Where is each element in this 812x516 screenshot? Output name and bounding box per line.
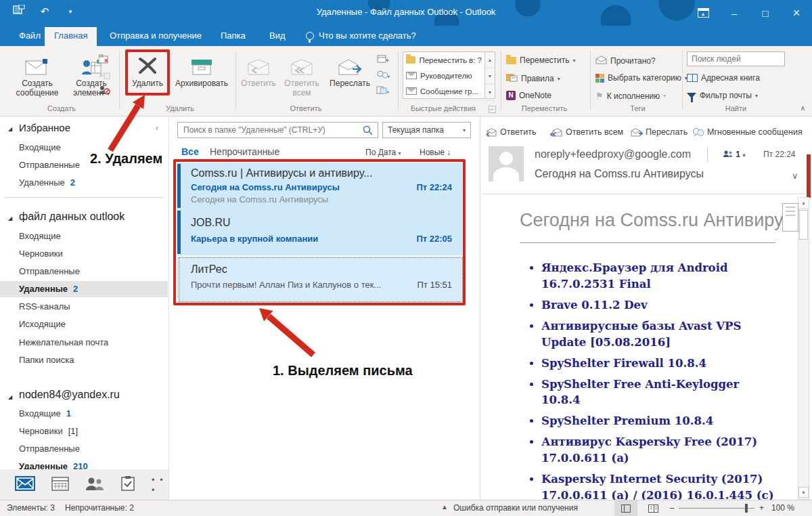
archive-button[interactable]: Архивировать (171, 50, 233, 88)
tab-file[interactable]: Файл (9, 26, 50, 46)
more-nav-icon[interactable]: • • • (152, 475, 168, 495)
new-message-button[interactable]: Создатьсообщение (8, 50, 66, 98)
follow-up-button[interactable]: ⚑ К исполнению ▾ (595, 91, 666, 101)
im-action[interactable]: Мгновенные сообщения (692, 127, 803, 137)
minimize-folder-pane-icon[interactable]: ‹ (156, 123, 158, 133)
tab-send-receive[interactable]: Отправка и получение (100, 26, 211, 46)
search-input[interactable] (177, 122, 378, 138)
reading-view-button[interactable] (614, 500, 637, 516)
sidebar-item-search-folders[interactable]: Папки поиска (19, 355, 74, 365)
meeting-icon[interactable] (376, 54, 390, 65)
tab-home[interactable]: Главная (45, 27, 97, 46)
sidebar-item-outbox[interactable]: Исходящие (19, 319, 66, 329)
scroll-up-icon[interactable]: ▲ (485, 52, 495, 68)
people-nav-icon[interactable] (85, 476, 104, 494)
expand-triangle-icon[interactable]: ◢ (8, 394, 12, 400)
zoom-slider-thumb[interactable] (745, 504, 748, 513)
body-link[interactable]: SpyShelter Premium 10.8.4 (541, 413, 780, 429)
sidebar-item-drafts[interactable]: Черновики (19, 249, 63, 259)
quick-step-team-message[interactable]: Сообщение гр... (403, 83, 484, 99)
sort-order-dropdown[interactable]: Новые ↓ (420, 148, 451, 157)
filter-all-tab[interactable]: Все (181, 146, 199, 157)
body-link[interactable]: Антивирусные базы Avast VPS Update [05.0… (541, 318, 780, 351)
sidebar-item-sent-fav[interactable]: Отправленные (19, 160, 80, 170)
body-link[interactable]: Антивирус Kaspersky Free (2017) 17.0.0.6… (541, 434, 780, 467)
quick-step-to-manager[interactable]: Руководителю (403, 68, 484, 83)
quick-step-move-to[interactable]: Переместить в: ? (403, 52, 484, 68)
more-respond-icon[interactable]: ▾ (376, 85, 390, 96)
sidebar-item-deleted-selected[interactable]: Удаленные2 (19, 284, 78, 294)
expand-triangle-icon[interactable]: ◢ (8, 126, 12, 132)
sidebar-item-inbox-fav[interactable]: Входящие (19, 142, 61, 152)
note-flyout-icon[interactable] (782, 203, 798, 232)
reading-scrollbar[interactable]: ▲ ▼ (798, 197, 809, 500)
calendar-nav-icon[interactable] (51, 476, 69, 494)
tab-view[interactable]: Вид (260, 26, 295, 46)
reply-all-button[interactable]: Ответитьвсем (280, 50, 323, 98)
reply-all-action[interactable]: Ответить всем (550, 127, 623, 137)
tab-folder[interactable]: Папка (211, 26, 255, 46)
sidebar-item-deleted-fav[interactable]: Удаленные2 (19, 177, 75, 188)
expand-header-icon[interactable]: ∨ (792, 171, 798, 181)
sidebar-item-inbox[interactable]: Входящие (19, 231, 61, 241)
body-link[interactable]: Brave 0.11.2 Dev (541, 297, 780, 314)
search-icon[interactable] (363, 125, 373, 138)
search-people-input[interactable] (687, 51, 785, 66)
clean-up-icon[interactable]: × (99, 70, 110, 81)
tasks-nav-icon[interactable] (120, 476, 135, 494)
body-link[interactable]: SpyShelter Free Anti-Keylogger 10.8.4 (541, 377, 780, 409)
rules-button[interactable]: Правила ▾ (506, 73, 560, 84)
minimize-button[interactable]: – (719, 0, 750, 26)
sidebar-item-inbox-yandex[interactable]: Входящие1 (19, 408, 71, 418)
sidebar-item-sent[interactable]: Отправленные (19, 266, 80, 276)
zoom-slider[interactable] (679, 508, 754, 509)
recipients-dropdown[interactable]: 1 ▾ (723, 150, 745, 159)
body-link[interactable]: Kaspersky Internet Security (2017) 17.0.… (541, 471, 780, 504)
favorites-header[interactable]: Избранное (19, 122, 70, 133)
send-receive-error[interactable]: Ошибка отправки или получения (453, 503, 578, 513)
quick-steps-scrollbar[interactable]: ▲ ▼ ▼ (485, 51, 495, 99)
search-scope-dropdown[interactable]: Текущая папка ▾ (382, 122, 471, 138)
ribbon-display-options-icon[interactable]: ▴ (687, 0, 719, 26)
tell-me-box[interactable]: Что вы хотите сделать? (306, 26, 416, 46)
address-book-button[interactable]: Адресная книга (687, 73, 760, 83)
block-sender-icon[interactable] (99, 85, 110, 96)
forward-button[interactable]: Переслать (326, 50, 374, 88)
categorize-button[interactable]: Выбрать категорию ▾ (595, 73, 687, 83)
mail-nav-icon[interactable] (15, 476, 35, 494)
yandex-account-header[interactable]: noden84@yandex.ru (19, 389, 120, 401)
scroll-down-icon[interactable]: ▼ (485, 68, 495, 85)
sort-by-dropdown[interactable]: По Дата ▾ (365, 148, 401, 157)
forward-action[interactable]: Переслать (631, 127, 687, 137)
zoom-in-button[interactable]: + (759, 503, 764, 513)
close-button[interactable]: × (781, 0, 812, 26)
zoom-level[interactable]: 100 % (771, 503, 794, 513)
sidebar-item-rss[interactable]: RSS-каналы (19, 301, 70, 311)
scrollbar-thumb[interactable] (799, 210, 808, 240)
scroll-down-icon[interactable]: ▼ (798, 487, 809, 498)
filter-email-button[interactable]: Фильтр почты ▾ (687, 91, 758, 100)
zoom-out-button[interactable]: – (670, 503, 675, 513)
data-file-header[interactable]: файл данных outlook (19, 211, 125, 223)
expand-triangle-icon[interactable]: ◢ (8, 215, 12, 221)
more-quick-steps-icon[interactable]: ▼ (485, 85, 495, 101)
onenote-button[interactable]: N OneNote (506, 91, 551, 100)
sender-address[interactable]: noreply+feedproxy@google.com (535, 148, 691, 160)
body-link[interactable]: SpyShelter Firewall 10.8.4 (541, 356, 780, 372)
reply-button[interactable]: Ответить (238, 50, 279, 88)
sidebar-item-sent-yandex[interactable]: Отправленные (19, 444, 80, 454)
mark-read-button[interactable]: Прочитано? (595, 56, 656, 66)
reply-action[interactable]: Ответить (486, 127, 536, 137)
scroll-up-icon[interactable]: ▲ (798, 198, 809, 209)
move-button[interactable]: Переместить ▾ (506, 56, 576, 65)
collapse-ribbon-icon[interactable]: ∧ (800, 104, 805, 112)
reading-mode-button[interactable] (641, 500, 664, 516)
im-icon[interactable]: ▾ (376, 70, 390, 81)
body-link[interactable]: Яндекс.Браузер для Android 16.7.0.2531 F… (541, 260, 780, 293)
ignore-icon[interactable]: × (99, 54, 110, 65)
maximize-button[interactable]: □ (750, 0, 781, 26)
sidebar-item-junk[interactable]: Нежелательная почта (19, 337, 108, 347)
quick-steps-dialog-launcher-icon[interactable]: ⌐ (489, 106, 496, 113)
sender-avatar[interactable] (489, 146, 524, 181)
sidebar-item-drafts-yandex[interactable]: Черновики[1] (19, 426, 78, 436)
